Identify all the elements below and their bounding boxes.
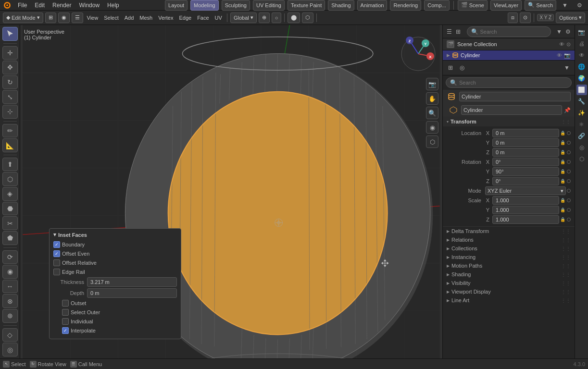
layout-tab[interactable]: Layout — [165, 0, 188, 11]
offset-even-checkbox[interactable] — [53, 250, 60, 257]
anim-dot-2[interactable] — [567, 141, 571, 145]
mesh-label-top[interactable]: Mesh — [138, 15, 154, 21]
options-icon-btn[interactable]: ⊞ — [45, 12, 56, 23]
bevel-btn[interactable]: ◈ — [2, 187, 18, 201]
object-name-field[interactable]: Cylinder — [459, 92, 571, 101]
delta-transform-section[interactable]: ▶ Delta Transform ⋮⋮ — [443, 227, 575, 235]
transform-header[interactable]: ▾ Transform ⋮⋮ — [443, 117, 575, 126]
smooth-btn[interactable]: ◉ — [2, 265, 18, 279]
properties-search[interactable]: 🔍 — [446, 77, 572, 88]
shading-tab[interactable]: Shading — [328, 0, 354, 11]
physics-props-tab[interactable]: ⚛ — [576, 119, 587, 130]
rotation-x-field[interactable]: 0° — [492, 158, 559, 166]
measure-tool-btn[interactable]: 📐 — [2, 138, 18, 152]
thickness-value[interactable]: 3.217 m — [87, 277, 177, 287]
relations-section[interactable]: ▶ Relations ⋮⋮ — [443, 235, 575, 244]
anim-dot-9[interactable] — [567, 208, 571, 212]
extrude-btn[interactable]: ⬆ — [2, 158, 18, 172]
properties-search-input[interactable] — [459, 80, 567, 86]
menu-help[interactable]: Help — [104, 1, 123, 10]
outliner-search-input[interactable] — [480, 29, 547, 35]
magnet-btn[interactable]: ⊕ — [259, 12, 270, 23]
anim-dot-8[interactable] — [567, 198, 571, 202]
sculpting-tab[interactable]: Sculpting — [222, 0, 250, 11]
anim-dot-1[interactable] — [567, 131, 571, 135]
render-preview-btn[interactable]: ◉ — [426, 121, 438, 134]
display-mode-btn[interactable]: ⊞ — [455, 26, 462, 37]
props-icon-1[interactable]: ⊞ — [445, 62, 456, 74]
view-props-tab[interactable]: 👁 — [576, 50, 587, 61]
particles-props-tab[interactable]: ✨ — [576, 108, 587, 118]
outset-checkbox[interactable] — [62, 300, 69, 307]
compositing-tab[interactable]: Comp... — [424, 0, 450, 11]
inset-btn[interactable]: ⬡ — [2, 172, 18, 186]
settings-outliner-btn[interactable]: ⚙ — [564, 26, 572, 37]
rotate-tool-btn[interactable]: ↻ — [2, 75, 18, 89]
eye-cylinder-icon[interactable]: 👁 — [557, 52, 562, 59]
line-art-section[interactable]: ▶ Line Art ⋮⋮ — [443, 296, 575, 305]
anim-dot-6[interactable] — [567, 179, 571, 183]
shading-section[interactable]: ▶ Shading ⋮⋮ — [443, 270, 575, 279]
select-outer-checkbox[interactable] — [62, 309, 69, 316]
global-btn[interactable]: Global ▾ — [230, 12, 257, 23]
outliner-icon[interactable]: ☰ — [446, 26, 453, 37]
filter-btn[interactable]: ▼ — [559, 0, 571, 11]
edge-rail-checkbox[interactable] — [53, 269, 60, 275]
select-label-top[interactable]: Select — [102, 15, 121, 21]
outliner-search[interactable]: 🔍 — [467, 26, 551, 37]
scale-z-field[interactable]: 1.000 — [492, 215, 559, 224]
camera-view-btn[interactable]: 📷 — [426, 78, 438, 90]
anim-dot-3[interactable] — [567, 150, 571, 154]
overlay-icon[interactable]: ◉ — [58, 12, 70, 23]
poly-build-btn[interactable]: ⬟ — [2, 231, 18, 245]
to-sphere-btn[interactable]: ◎ — [2, 343, 18, 357]
menu-file[interactable]: File — [14, 1, 30, 10]
visibility-section[interactable]: ▶ Visibility ⋮⋮ — [443, 279, 575, 287]
anim-dot-10[interactable] — [567, 218, 571, 221]
rotate-view-item[interactable]: ↻ Rotate View — [30, 361, 66, 368]
xray-btn[interactable]: ⧈ — [508, 12, 518, 23]
shading-solid-btn[interactable]: ⬤ — [288, 12, 300, 23]
pin-icon[interactable]: 📌 — [564, 107, 571, 113]
render-props-tab[interactable]: 📷 — [576, 27, 587, 37]
cursor-tool-btn[interactable]: ✛ — [2, 46, 18, 60]
top-right-btn[interactable]: ⚙ — [574, 0, 585, 11]
render-cylinder-icon[interactable]: 📷 — [564, 52, 571, 59]
scale-x-field[interactable]: 1.000 — [492, 196, 559, 205]
mode-select[interactable]: XYZ Euler ▾ — [485, 186, 566, 195]
interpolate-checkbox[interactable] — [62, 327, 69, 334]
location-y-field[interactable]: 0 m — [492, 138, 559, 147]
move-tool-btn[interactable]: ✥ — [2, 61, 18, 74]
rendering-tab[interactable]: Rendering — [390, 0, 421, 11]
individual-checkbox[interactable] — [62, 318, 69, 325]
spin-btn[interactable]: ⟳ — [2, 250, 18, 264]
material-preview-btn[interactable]: ⬡ — [426, 135, 438, 148]
rotation-y-field[interactable]: 90° — [492, 167, 559, 176]
hand-pan-btn[interactable]: ✋ — [426, 92, 438, 105]
instancing-section[interactable]: ▶ Instancing ⋮⋮ — [443, 253, 575, 261]
location-z-field[interactable]: 0 m — [492, 148, 559, 157]
uv-label[interactable]: UV — [213, 15, 224, 21]
object-type-field[interactable]: Cylinder — [461, 105, 562, 115]
vertex-label[interactable]: Vertex — [156, 15, 175, 21]
menu-edit[interactable]: Edit — [31, 1, 48, 10]
viewport[interactable]: User Perspective (1) Cylinder Y X Z — [20, 25, 442, 358]
eye-icon[interactable]: 👁 — [559, 41, 564, 48]
world-props-tab[interactable]: 🌍 — [576, 73, 587, 84]
shrink-fatten-btn[interactable]: ⊗ — [2, 294, 18, 308]
viewport-display-section[interactable]: ▶ Viewport Display ⋮⋮ — [443, 287, 575, 296]
scene-collection-row[interactable]: 🎬 Scene Collection 👁 ⊙ — [443, 38, 575, 50]
shear-btn[interactable]: ◇ — [2, 328, 18, 342]
face-label[interactable]: Face — [195, 15, 211, 21]
call-menu-item[interactable]: ☰ Call Menu — [70, 361, 102, 368]
boundary-checkbox[interactable] — [53, 241, 60, 248]
camera-icon[interactable]: ⊙ — [566, 41, 571, 48]
uv-editing-tab[interactable]: UV Editing — [253, 0, 285, 11]
mode-switcher[interactable]: ◆ Edit Mode ▾ — [3, 12, 43, 23]
motion-paths-section[interactable]: ▶ Motion Paths ⋮⋮ — [443, 261, 575, 270]
output-props-tab[interactable]: 🖨 — [576, 38, 587, 49]
modifier-props-tab[interactable]: 🔧 — [576, 96, 587, 107]
filter-outliner-btn[interactable]: ▼ — [556, 26, 563, 37]
material-props-tab[interactable]: ⬡ — [576, 154, 587, 164]
scene-props-tab[interactable]: 🌐 — [576, 62, 587, 72]
